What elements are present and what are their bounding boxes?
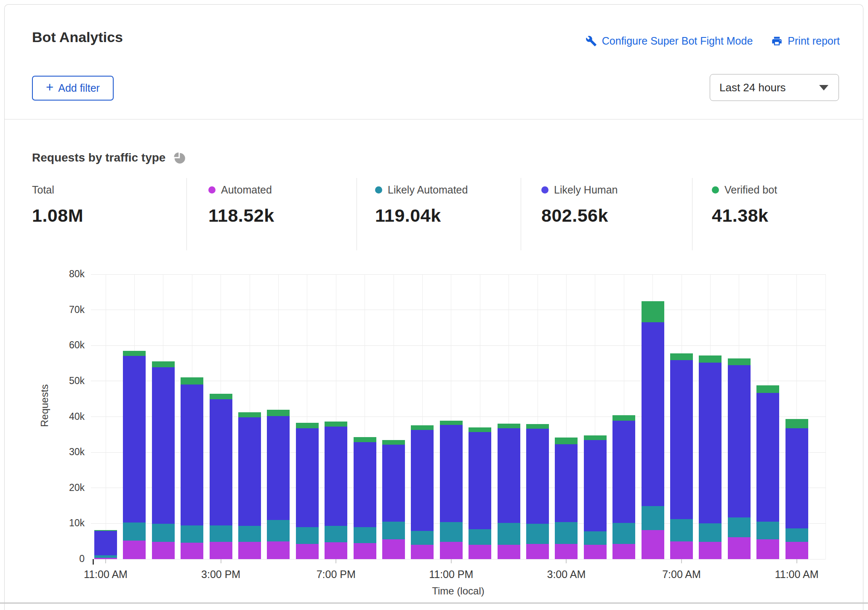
bar-segment-likely-human (440, 425, 463, 522)
bar-segment-likely-human (354, 442, 376, 527)
x-tick-label: 3:00 PM (179, 568, 263, 581)
bar-14[interactable] (498, 274, 520, 559)
bar-9[interactable] (354, 274, 376, 559)
bar-5[interactable] (238, 274, 261, 559)
stat-value: 119.04k (375, 205, 468, 226)
legend-dot-verified-bot (712, 186, 719, 194)
bar-segment-likely-automated (469, 529, 491, 545)
legend-dot-likely-human (541, 186, 548, 194)
bar-segment-verified-bot (210, 394, 232, 399)
bar-segment-likely-human (94, 531, 117, 555)
bar-segment-likely-automated (612, 523, 635, 544)
bar-segment-automated (756, 539, 779, 559)
bar-segment-likely-human (699, 363, 722, 524)
bar-21[interactable] (699, 274, 722, 559)
bar-segment-likely-automated (498, 523, 520, 545)
bar-0[interactable] (94, 274, 117, 559)
bar-segment-automated (699, 542, 722, 559)
y-tick-label: 0 (47, 553, 85, 565)
bar-segment-verified-bot (152, 361, 175, 367)
x-tick-label: 3:00 AM (524, 568, 608, 581)
bar-segment-likely-human (181, 385, 203, 526)
bar-22[interactable] (728, 274, 751, 559)
bar-segment-likely-automated (210, 525, 232, 541)
configure-super-bot-fight-mode-link[interactable]: Configure Super Bot Fight Mode (586, 35, 753, 47)
bar-10[interactable] (382, 274, 405, 559)
bar-segment-automated (728, 537, 751, 559)
bar-segment-likely-automated (584, 531, 607, 545)
bar-segment-automated (498, 545, 520, 559)
bar-segment-verified-bot (526, 424, 549, 429)
stat-divider (186, 178, 187, 250)
bar-segment-likely-automated (354, 527, 376, 543)
bar-segment-verified-bot (612, 415, 635, 421)
print-report-link[interactable]: Print report (771, 35, 840, 47)
bar-segment-automated (238, 542, 261, 559)
bar-segment-likely-human (555, 444, 578, 522)
bar-19[interactable] (642, 274, 664, 559)
bar-7[interactable] (296, 274, 319, 559)
bar-segment-likely-automated (785, 528, 808, 541)
bar-3[interactable] (181, 274, 203, 559)
bar-12[interactable] (440, 274, 463, 559)
stat-verified-bot: Verified bot 41.38k (712, 183, 777, 226)
bar-segment-likely-automated (555, 522, 578, 544)
legend-dot-automated (208, 186, 216, 194)
bar-segment-automated (670, 541, 693, 559)
time-range-select[interactable]: Last 24 hours (710, 74, 839, 101)
time-range-value: Last 24 hours (719, 81, 786, 94)
bar-segment-likely-human (210, 399, 232, 525)
bar-18[interactable] (612, 274, 635, 559)
bar-17[interactable] (584, 274, 607, 559)
bar-20[interactable] (670, 274, 693, 559)
y-tick-label: 20k (47, 482, 85, 493)
bar-16[interactable] (555, 274, 578, 559)
bar-15[interactable] (526, 274, 549, 559)
bar-segment-automated (469, 545, 491, 559)
y-tick-label: 40k (47, 411, 85, 422)
header-links: Configure Super Bot Fight Mode Print rep… (586, 35, 840, 47)
y-tick-label: 30k (47, 446, 85, 458)
bar-segment-verified-bot (238, 412, 261, 418)
x-tick-label: 11:00 PM (409, 568, 493, 581)
wrench-icon (586, 35, 597, 47)
header-divider (5, 119, 863, 119)
stat-divider (692, 178, 692, 250)
bar-segment-likely-human (296, 428, 319, 527)
bar-segment-automated (555, 544, 578, 559)
bar-segment-automated (210, 542, 232, 559)
bar-segment-likely-automated (642, 506, 664, 530)
bar-segment-likely-human (382, 445, 405, 522)
bar-segment-likely-human (642, 322, 664, 506)
y-tick-label: 60k (47, 339, 85, 351)
bar-11[interactable] (411, 274, 434, 559)
bottom-divider (0, 602, 868, 604)
bar-segment-automated (123, 541, 146, 559)
bar-segment-automated (526, 544, 549, 559)
bar-1[interactable] (123, 274, 146, 559)
bar-2[interactable] (152, 274, 175, 559)
bar-4[interactable] (210, 274, 232, 559)
bar-segment-verified-bot (123, 351, 146, 356)
bar-segment-likely-human (584, 440, 607, 531)
x-tick-mark (335, 559, 336, 563)
y-tick-label: 10k (47, 517, 85, 529)
stat-likely-automated: Likely Automated 119.04k (375, 183, 468, 226)
add-filter-label: Add filter (58, 82, 100, 94)
bar-segment-likely-automated (526, 524, 549, 544)
bar-23[interactable] (756, 274, 779, 559)
bar-segment-likely-automated (238, 526, 261, 542)
bar-segment-verified-bot (642, 301, 664, 322)
bar-segment-automated (354, 543, 376, 559)
bar-8[interactable] (325, 274, 347, 559)
pie-chart-icon (173, 151, 186, 164)
add-filter-button[interactable]: + Add filter (32, 76, 114, 101)
bar-segment-likely-automated (152, 524, 175, 542)
bar-segment-verified-bot (354, 437, 376, 443)
bar-6[interactable] (267, 274, 290, 559)
bar-24[interactable] (785, 274, 808, 559)
bar-segment-automated (267, 541, 290, 559)
bar-13[interactable] (469, 274, 491, 559)
bar-segment-likely-human (469, 432, 491, 529)
bar-segment-verified-bot (785, 419, 808, 428)
